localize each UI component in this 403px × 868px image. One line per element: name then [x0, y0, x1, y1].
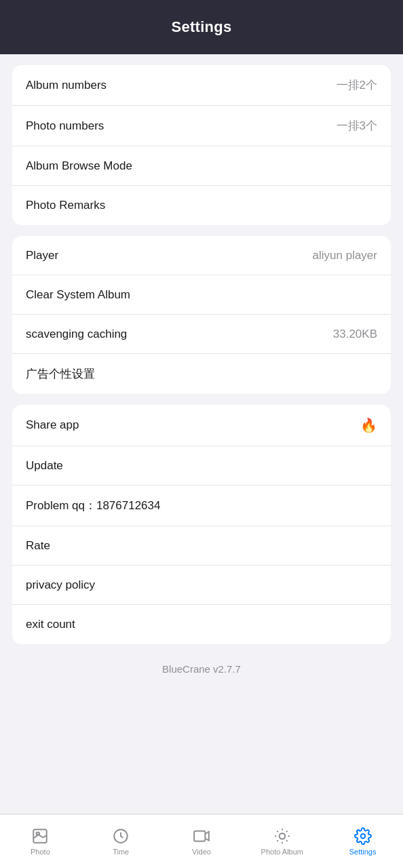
photo-album-icon	[273, 827, 291, 845]
content-area: Album numbers 一排2个 Photo numbers 一排3个 Al…	[0, 65, 403, 744]
tab-settings-label: Settings	[349, 848, 377, 856]
player-value: aliyun player	[313, 249, 377, 262]
card-system-settings: Player aliyun player Clear System Album …	[12, 236, 391, 394]
share-app-label: Share app	[26, 418, 79, 432]
photo-numbers-value: 一排3个	[337, 118, 377, 134]
photo-remarks-row[interactable]: Photo Remarks	[12, 186, 391, 225]
svg-point-8	[360, 833, 365, 838]
album-numbers-row[interactable]: Album numbers 一排2个	[12, 65, 391, 106]
tab-time[interactable]: Time	[81, 827, 161, 856]
tab-photo-album-label: Photo Album	[261, 848, 303, 856]
album-numbers-label: Album numbers	[26, 79, 107, 92]
photo-numbers-row[interactable]: Photo numbers 一排3个	[12, 106, 391, 146]
photo-numbers-label: Photo numbers	[26, 119, 104, 133]
album-numbers-value: 一排2个	[337, 77, 377, 93]
svg-rect-6	[194, 831, 205, 841]
clear-system-album-row[interactable]: Clear System Album	[12, 275, 391, 315]
scavenging-caching-row[interactable]: scavenging caching 33.20KB	[12, 315, 391, 354]
photo-icon	[31, 827, 49, 845]
tab-photo[interactable]: Photo	[0, 827, 81, 856]
photo-remarks-label: Photo Remarks	[26, 199, 105, 212]
video-icon	[193, 827, 210, 845]
clear-system-album-label: Clear System Album	[26, 288, 130, 302]
svg-line-3	[39, 834, 43, 837]
card-social-settings: Share app 🔥 Update Problem qq：1876712634…	[12, 405, 391, 644]
problem-qq-row[interactable]: Problem qq：1876712634	[12, 486, 391, 526]
rate-label: Rate	[26, 539, 50, 553]
svg-line-2	[34, 834, 39, 837]
player-row[interactable]: Player aliyun player	[12, 236, 391, 275]
flame-icon: 🔥	[360, 417, 377, 433]
tab-settings[interactable]: Settings	[322, 827, 403, 856]
privacy-policy-label: privacy policy	[26, 578, 95, 592]
share-app-row[interactable]: Share app 🔥	[12, 405, 391, 446]
privacy-policy-row[interactable]: privacy policy	[12, 566, 391, 605]
rate-row[interactable]: Rate	[12, 526, 391, 566]
scavenging-caching-label: scavenging caching	[26, 328, 127, 341]
update-label: Update	[26, 459, 63, 473]
update-row[interactable]: Update	[12, 446, 391, 486]
tab-photo-album[interactable]: Photo Album	[242, 827, 322, 856]
tab-video[interactable]: Video	[161, 827, 242, 856]
tab-bar: Photo Time Video Photo Album	[0, 814, 403, 868]
page-title: Settings	[171, 18, 231, 36]
album-browse-mode-row[interactable]: Album Browse Mode	[12, 146, 391, 186]
problem-qq-label: Problem qq：1876712634	[26, 498, 160, 513]
exit-count-row[interactable]: exit count	[12, 605, 391, 644]
settings-icon	[354, 827, 372, 845]
version-text: BlueCrane v2.7.7	[0, 655, 403, 683]
svg-point-7	[279, 833, 285, 839]
ad-personal-settings-label: 广告个性设置	[26, 366, 95, 382]
header: Settings	[0, 0, 403, 54]
ad-personal-settings-row[interactable]: 广告个性设置	[12, 354, 391, 394]
scavenging-caching-value: 33.20KB	[333, 328, 377, 341]
card-display-settings: Album numbers 一排2个 Photo numbers 一排3个 Al…	[12, 65, 391, 225]
player-label: Player	[26, 249, 58, 262]
album-browse-mode-label: Album Browse Mode	[26, 159, 132, 173]
tab-photo-label: Photo	[31, 848, 50, 856]
exit-count-label: exit count	[26, 618, 75, 631]
tab-video-label: Video	[192, 848, 211, 856]
tab-time-label: Time	[113, 848, 129, 856]
time-icon	[112, 827, 130, 845]
